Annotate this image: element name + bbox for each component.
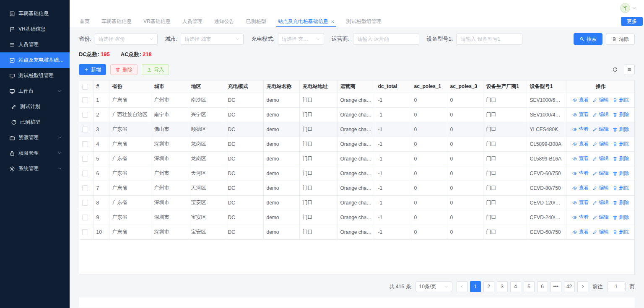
- page-button-4[interactable]: 4: [510, 281, 521, 292]
- cell-mode: DC: [225, 93, 263, 107]
- next-page-button[interactable]: [577, 281, 588, 292]
- city-select[interactable]: 请选择 城市: [181, 33, 244, 45]
- row-checkbox[interactable]: [82, 200, 88, 206]
- import-button[interactable]: 导入: [142, 64, 169, 75]
- sidebar-item-0[interactable]: 车辆基础信息: [0, 6, 70, 21]
- page-button-42[interactable]: 42: [564, 281, 575, 292]
- tab-5[interactable]: 已测桩型: [240, 16, 272, 27]
- refresh-button[interactable]: [610, 64, 621, 75]
- delete-link[interactable]: 删除: [613, 184, 629, 192]
- view-link[interactable]: 查看: [572, 126, 589, 133]
- view-link[interactable]: 查看: [572, 184, 589, 192]
- view-link[interactable]: 查看: [572, 199, 589, 206]
- delete-link[interactable]: 删除: [613, 96, 629, 104]
- page-button-1[interactable]: 1: [470, 281, 481, 292]
- close-icon[interactable]: [331, 20, 335, 23]
- eye-icon: [572, 171, 577, 176]
- edit-link[interactable]: 编辑: [592, 199, 609, 206]
- delete-link[interactable]: 删除: [613, 214, 629, 221]
- edit-link[interactable]: 编辑: [592, 126, 609, 133]
- flag-icon: [9, 26, 15, 32]
- sidebar-item-10[interactable]: 系统管理: [0, 161, 70, 176]
- sidebar-item-4[interactable]: 测试桩型组管理: [0, 68, 70, 83]
- edit-link[interactable]: 编辑: [592, 184, 609, 192]
- delete-link[interactable]: 删除: [613, 228, 629, 236]
- tab-6[interactable]: 站点及充电桩基础信息: [272, 16, 340, 27]
- page-button-6[interactable]: 6: [537, 281, 548, 292]
- tab-4[interactable]: 通知公告: [208, 16, 240, 27]
- tab-2[interactable]: VR基础信息: [138, 16, 177, 27]
- delete-link[interactable]: 删除: [613, 126, 629, 133]
- user-menu[interactable]: [620, 3, 636, 13]
- sidebar-item-5[interactable]: 工作台: [0, 83, 70, 99]
- sidebar-item-8[interactable]: 资源管理: [0, 130, 70, 145]
- cell-select: [79, 210, 93, 225]
- tab-7[interactable]: 测试桩型组管理: [340, 16, 387, 27]
- page-button-2[interactable]: 2: [483, 281, 494, 292]
- delete-link[interactable]: 删除: [613, 111, 629, 118]
- briefcase-icon: [9, 135, 15, 141]
- edit-link[interactable]: 编辑: [592, 214, 609, 221]
- tab-3[interactable]: 人员管理: [177, 16, 208, 27]
- sidebar-item-9[interactable]: 权限管理: [0, 145, 70, 161]
- goto-suffix: 页: [630, 283, 635, 290]
- view-link[interactable]: 查看: [572, 111, 589, 118]
- chevron-down-icon: [632, 6, 636, 10]
- page-button-5[interactable]: 5: [524, 281, 535, 292]
- sidebar-item-6[interactable]: 测试计划: [0, 99, 70, 114]
- column-settings-button[interactable]: [624, 64, 635, 75]
- edit-link[interactable]: 编辑: [592, 155, 609, 162]
- delete-link[interactable]: 删除: [613, 199, 629, 206]
- operator-input[interactable]: [353, 33, 419, 45]
- view-link[interactable]: 查看: [572, 170, 589, 177]
- page-size-select[interactable]: 10条/页: [415, 281, 452, 292]
- delete-link[interactable]: 删除: [613, 170, 629, 177]
- delete-link[interactable]: 删除: [613, 155, 629, 162]
- row-checkbox[interactable]: [82, 112, 88, 118]
- page-ellipsis[interactable]: •••: [551, 281, 561, 292]
- row-checkbox[interactable]: [82, 171, 88, 176]
- delete-link[interactable]: 删除: [613, 140, 629, 148]
- page-button-3[interactable]: 3: [497, 281, 508, 292]
- device_model-input[interactable]: [456, 33, 522, 45]
- row-checkbox[interactable]: [82, 185, 88, 191]
- edit-link[interactable]: 编辑: [592, 140, 609, 148]
- tab-1[interactable]: 车辆基础信息: [96, 16, 138, 27]
- sidebar-item-2[interactable]: 人员管理: [0, 37, 70, 52]
- row-checkbox[interactable]: [82, 229, 88, 235]
- select-all-checkbox[interactable]: [82, 84, 88, 90]
- prev-page-button[interactable]: [457, 281, 467, 292]
- cell-province: 广东省: [109, 122, 151, 137]
- view-link[interactable]: 查看: [572, 155, 589, 162]
- tab-0[interactable]: 首页: [74, 16, 96, 27]
- charge_mode-select[interactable]: 请选择 充电模式: [278, 33, 324, 45]
- row-checkbox[interactable]: [82, 215, 88, 220]
- clear-button[interactable]: 清除: [606, 33, 635, 45]
- search-button[interactable]: 搜索: [574, 33, 602, 45]
- row-checkbox[interactable]: [82, 97, 88, 103]
- view-link[interactable]: 查看: [572, 140, 589, 148]
- avatar[interactable]: [620, 3, 630, 13]
- view-link[interactable]: 查看: [572, 228, 589, 236]
- row-checkbox[interactable]: [82, 156, 88, 162]
- trash-icon: [613, 98, 618, 103]
- sidebar-item-1[interactable]: VR基础信息: [0, 21, 70, 37]
- topbar: [70, 0, 644, 16]
- pagination-total: 共 415 条: [389, 283, 411, 290]
- add-button[interactable]: 新增: [79, 64, 106, 75]
- edit-link[interactable]: 编辑: [592, 170, 609, 177]
- edit-link[interactable]: 编辑: [592, 111, 609, 118]
- edit-link[interactable]: 编辑: [592, 96, 609, 104]
- row-checkbox[interactable]: [82, 127, 88, 132]
- province-select[interactable]: 请选择 省份: [95, 33, 158, 45]
- delete-button[interactable]: 删除: [110, 64, 138, 75]
- more-button[interactable]: 更多: [621, 17, 643, 26]
- view-link[interactable]: 查看: [572, 214, 589, 221]
- edit-link[interactable]: 编辑: [592, 228, 609, 236]
- goto-page-input[interactable]: [607, 281, 626, 292]
- sidebar-item-7[interactable]: 已测桩型: [0, 114, 70, 130]
- view-link[interactable]: 查看: [572, 96, 589, 104]
- sidebar-item-3[interactable]: 站点及充电桩基础信息: [0, 52, 70, 68]
- row-checkbox[interactable]: [82, 141, 88, 147]
- cell-select: [79, 166, 93, 181]
